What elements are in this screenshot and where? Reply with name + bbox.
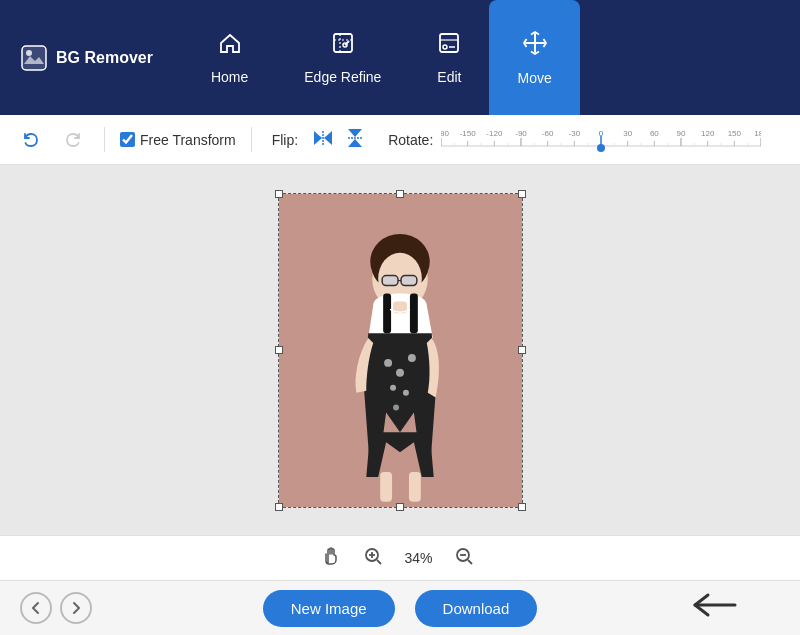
prev-button[interactable] (20, 592, 52, 624)
svg-point-65 (407, 353, 415, 361)
zoom-in-icon (363, 546, 383, 566)
nav-edge-refine-label: Edge Refine (304, 69, 381, 85)
zoom-in-button[interactable] (357, 544, 389, 573)
home-icon (218, 31, 242, 61)
rotate-label: Rotate: (388, 132, 433, 148)
svg-text:90: 90 (677, 129, 686, 138)
nav-move-label: Move (517, 70, 551, 86)
svg-rect-61 (383, 293, 391, 333)
svg-text:30: 30 (624, 129, 633, 138)
undo-icon (21, 130, 41, 150)
prev-icon (29, 601, 43, 615)
svg-text:180: 180 (755, 129, 762, 138)
nav-edit-label: Edit (437, 69, 461, 85)
svg-text:-30: -30 (569, 129, 581, 138)
app-title: BG Remover (56, 49, 153, 67)
move-icon (522, 30, 548, 62)
action-bar: New Image Download (0, 580, 800, 635)
undo-button[interactable] (15, 126, 47, 154)
free-transform-text: Free Transform (140, 132, 236, 148)
svg-text:-180: -180 (441, 129, 450, 138)
hand-tool-button[interactable] (320, 545, 342, 572)
nav-item-edit[interactable]: Edit (409, 0, 489, 115)
svg-point-2 (26, 50, 32, 56)
handle-bottom-right[interactable] (518, 503, 526, 511)
svg-rect-58 (382, 275, 398, 285)
svg-text:120: 120 (701, 129, 715, 138)
handle-mid-left[interactable] (275, 346, 283, 354)
svg-text:-90: -90 (516, 129, 528, 138)
redo-button[interactable] (57, 126, 89, 154)
nav-item-home[interactable]: Home (183, 0, 276, 115)
svg-text:-150: -150 (460, 129, 477, 138)
hand-icon (320, 545, 342, 567)
next-icon (69, 601, 83, 615)
zoom-out-button[interactable] (448, 544, 480, 573)
zoom-out-icon (454, 546, 474, 566)
svg-rect-70 (408, 472, 420, 502)
flip-vertical-button[interactable] (342, 125, 368, 154)
svg-point-67 (402, 389, 408, 395)
nav-item-move[interactable]: Move (489, 0, 579, 115)
svg-rect-62 (409, 293, 417, 333)
svg-rect-5 (440, 34, 458, 52)
handle-top-left[interactable] (275, 190, 283, 198)
logo-icon (20, 44, 48, 72)
image-frame[interactable] (278, 193, 523, 508)
separator-2 (251, 127, 252, 152)
svg-point-66 (390, 384, 396, 390)
ruler-svg: -180 -150 -120 -90 -60 -30 0 30 60 (441, 126, 761, 154)
bottom-toolbar: 34% (0, 535, 800, 580)
svg-line-78 (468, 560, 472, 564)
svg-line-75 (377, 560, 381, 564)
free-transform-checkbox[interactable] (120, 132, 135, 147)
zoom-value: 34% (404, 550, 432, 566)
new-image-button[interactable]: New Image (263, 590, 395, 627)
svg-point-6 (443, 45, 447, 49)
svg-text:0: 0 (599, 129, 604, 138)
edit-icon (437, 31, 461, 61)
nav-home-label: Home (211, 69, 248, 85)
redo-icon (63, 130, 83, 150)
handle-top-mid[interactable] (396, 190, 404, 198)
person-svg (279, 194, 522, 507)
handle-bottom-mid[interactable] (396, 503, 404, 511)
toolbar: Free Transform Flip: Rotate: (0, 115, 800, 165)
svg-text:150: 150 (728, 129, 742, 138)
rotate-ruler[interactable]: -180 -150 -120 -90 -60 -30 0 30 60 (441, 126, 761, 154)
svg-text:-60: -60 (542, 129, 554, 138)
flip-label: Flip: (272, 132, 298, 148)
flip-horizontal-button[interactable] (308, 127, 338, 152)
image-preview (279, 194, 522, 507)
svg-rect-3 (334, 34, 352, 52)
flip-v-icon (346, 127, 364, 149)
separator-1 (104, 127, 105, 152)
next-button[interactable] (60, 592, 92, 624)
svg-rect-69 (380, 472, 392, 502)
download-button[interactable]: Download (415, 590, 538, 627)
svg-marker-9 (324, 131, 332, 145)
svg-point-28 (597, 144, 605, 152)
svg-rect-0 (22, 46, 46, 70)
nav-items: Home Edge Refine (183, 0, 580, 115)
free-transform-label[interactable]: Free Transform (120, 132, 236, 148)
svg-point-64 (396, 368, 404, 376)
handle-top-right[interactable] (518, 190, 526, 198)
svg-point-63 (384, 358, 392, 366)
svg-marker-12 (348, 139, 362, 147)
flip-h-icon (312, 129, 334, 147)
svg-text:-120: -120 (487, 129, 504, 138)
svg-marker-10 (348, 129, 362, 137)
handle-bottom-left[interactable] (275, 503, 283, 511)
app-logo: BG Remover (20, 44, 153, 72)
svg-text:60: 60 (650, 129, 659, 138)
nav-item-edge-refine[interactable]: Edge Refine (276, 0, 409, 115)
rotate-container: Rotate: -180 -150 -120 -90 -60 -30 (388, 126, 761, 154)
arrow-hint-svg (690, 590, 745, 620)
flip-buttons (308, 125, 368, 154)
arrow-hint (690, 590, 745, 627)
svg-rect-59 (400, 275, 416, 285)
handle-mid-right[interactable] (518, 346, 526, 354)
edge-refine-icon (331, 31, 355, 61)
header: BG Remover Home Edge Refine (0, 0, 800, 115)
